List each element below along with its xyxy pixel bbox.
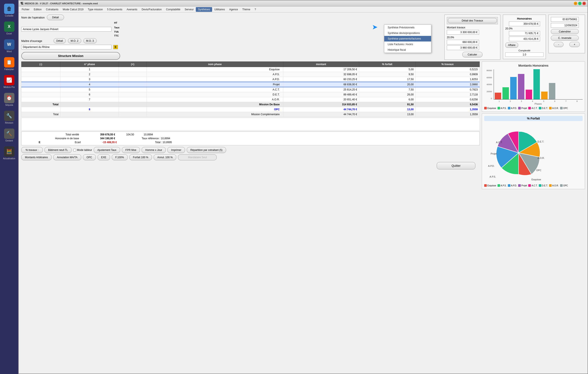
arrow-indicator: ➤ [372, 24, 377, 31]
c-inversee-button[interactable]: C. Inversée [551, 35, 579, 41]
id-input[interactable] [551, 17, 579, 22]
mode-tableur-label[interactable]: Mode tableur [73, 149, 92, 151]
taskbar-item-corbeille[interactable]: 🗑 Corbeille [1, 2, 17, 18]
menu-help[interactable]: ? [252, 7, 258, 12]
detail-travaux-button[interactable]: Détail des Travaux [448, 18, 497, 23]
taskbar-item-medicis[interactable]: 📈 Médicis Pro [1, 74, 17, 90]
maitrise-input[interactable] [21, 45, 112, 49]
mode-tableur-checkbox[interactable] [73, 149, 76, 151]
col-num: n° phase [60, 62, 119, 67]
repartition-button[interactable]: Répartition par cotraitant (5) [187, 147, 226, 153]
menu-avenants[interactable]: Avenants [125, 7, 139, 12]
montant-travaux-input[interactable] [447, 30, 479, 35]
detail-button-2[interactable]: Détail [53, 38, 66, 43]
mo3-button[interactable]: M.O. 3 [83, 38, 97, 43]
menu-devis[interactable]: Devis/Facturation [139, 7, 164, 12]
plus-button[interactable]: + [569, 42, 580, 47]
annulation-button[interactable]: Annulation MA/TA [53, 154, 81, 160]
calendrier-button[interactable]: Calendrier [551, 29, 579, 34]
structure-mission-button[interactable]: Structure Mission [21, 52, 120, 60]
f100-button[interactable]: F.100% [112, 154, 128, 160]
menu-fichier[interactable]: Fichier [20, 7, 32, 12]
montants-arb-button[interactable]: Montants Arbitraires [21, 154, 52, 160]
honoraires-value2-input[interactable] [509, 31, 540, 36]
col-plus: (+) [119, 62, 147, 67]
dropdown-synthese-paiements[interactable]: Synthèse paiements/factures [384, 36, 431, 42]
honoraires-value1-input[interactable] [509, 21, 540, 26]
menu-utilitaires[interactable]: Utilitaires [212, 7, 227, 12]
hm-value: 344 190,00 € [81, 137, 115, 140]
operation-name-input[interactable] [21, 27, 112, 32]
opc-button[interactable]: OPC [83, 154, 96, 160]
sequoia-icon: ⏰ [4, 93, 14, 103]
ttc-input[interactable] [447, 45, 479, 50]
pct-travaux-button[interactable]: % travaux : [21, 147, 43, 153]
mo2-button[interactable]: M.O. 2 [68, 38, 81, 43]
bar-chart-area: 80000 60000 40000 20000 0 123 [484, 69, 583, 105]
complexite-value: 1.0 [505, 53, 544, 57]
dropdown-synthese-devis[interactable]: Synthèse devis/propositions [384, 30, 431, 36]
minimize-button[interactable]: ─ [574, 2, 577, 5]
table-row: 3A.P.D.60 233,25 €17,501,8253 [21, 77, 480, 82]
bar-4 [518, 74, 524, 99]
taskbar-label-medicis: Médicis Pro [3, 86, 15, 88]
menu-type-mission[interactable]: Type mission [85, 7, 105, 12]
maximize-button[interactable]: □ [578, 2, 582, 5]
menu-comptabilite[interactable]: Comptabilité [164, 7, 182, 12]
ajustement-button[interactable]: Ajustement Taux [94, 147, 120, 153]
tva-input[interactable] [447, 40, 479, 44]
menu-agence[interactable]: Agence [227, 7, 240, 12]
title-bar: 🏗 MEDICIS 26 - V 26.27 - CHARLET ARCHITE… [19, 0, 588, 6]
bar-7 [541, 92, 548, 99]
ecart-row: E Ecart -15 488,55 € Total : 10,8995 [23, 141, 478, 144]
pie-legend-item: A.P.S. [497, 184, 506, 187]
menu-theme[interactable]: Thème [240, 7, 252, 12]
calculer-button[interactable]: Calculer [462, 52, 483, 57]
taskbar-item-revision[interactable]: 🔧 Révision [1, 109, 17, 125]
batiment-button[interactable]: Bâtiment neuf-TL [44, 147, 72, 153]
main-table-area: (-) n° phase (+) nom phase montant % for… [21, 62, 585, 189]
imprimer-button[interactable]: Imprimer [168, 147, 185, 153]
svg-text:Projet: Projet [491, 152, 497, 155]
menu-edition[interactable]: Edition [32, 7, 44, 12]
menu-mode-calcul[interactable]: Mode Calcul 2019 [61, 7, 86, 12]
pie-svg-container: A.C.T. Projet A.P.D. A.P.S. D.E.T. A.O.R… [484, 123, 553, 183]
menu-syntheses[interactable]: Synthèses [196, 7, 212, 12]
taskbar-item-actualisation[interactable]: 🧮 Actualisation [1, 145, 17, 161]
affaire-button[interactable]: Affaire [505, 43, 518, 48]
dropdown-historique-fiscal[interactable]: Historique fiscal [384, 47, 431, 53]
homme-jour-button[interactable]: Homme x Jour [142, 147, 166, 153]
honoraires-pct: 20.0% [505, 27, 544, 30]
forfait100-button[interactable]: Forfait 100 % [129, 154, 152, 160]
y-axis-labels: 80000 60000 40000 20000 0 [484, 69, 493, 99]
annul100-button[interactable]: Annul. 100 % [154, 154, 176, 160]
total-ventile-row: Total ventilé 359 678,55 € 104,50 10,899… [23, 133, 478, 136]
taskbar-item-faberplan[interactable]: 📋 Faberplan [1, 56, 17, 72]
fpr-moe-button[interactable]: FPR Moe [122, 147, 140, 153]
dropdown-synthese-prev[interactable]: Synthèse Prévisionnels [384, 25, 431, 30]
corbeille-icon: 🗑 [4, 4, 14, 14]
excel-icon: X [4, 21, 14, 32]
pie-legend-item: OPC [560, 184, 568, 187]
dropdown-liste-factures[interactable]: Liste Factures / Avoirs [384, 42, 431, 47]
exe-button[interactable]: EXE [98, 154, 110, 160]
date-input[interactable] [551, 23, 579, 28]
left-form: Nom de l'opération Détail HT Taux TVA TT… [21, 15, 442, 60]
honoraires-value3-input[interactable] [509, 37, 540, 41]
detail-button[interactable]: Détail [47, 15, 64, 20]
menu-cotraitants[interactable]: Cotraitants [44, 7, 61, 12]
taskbar-item-sequoia[interactable]: ⏰ Séquoia [1, 91, 17, 107]
menu-serveur[interactable]: Serveur [182, 7, 196, 12]
taskbar-item-excel[interactable]: X Excel [1, 20, 17, 36]
bar-1 [495, 93, 501, 99]
close-button[interactable]: ✕ [582, 2, 586, 5]
taskbar-item-gestant[interactable]: 🔨 Gestant [1, 127, 17, 143]
menu-5-documents[interactable]: 5 Documents [105, 7, 125, 12]
phases-table: (-) n° phase (+) nom phase montant % for… [21, 62, 480, 117]
mandataire-button[interactable]: Mandataire Seul [178, 154, 217, 160]
bottom-row-1: % travaux : Bâtiment neuf-TL Mode tableu… [21, 147, 480, 153]
content-area: Nom de l'opération Détail HT Taux TVA TT… [19, 12, 588, 191]
taskbar-item-word[interactable]: W Word [1, 38, 17, 54]
minus-button[interactable]: - [554, 42, 564, 47]
quitter-button[interactable]: Quitter [437, 162, 475, 169]
